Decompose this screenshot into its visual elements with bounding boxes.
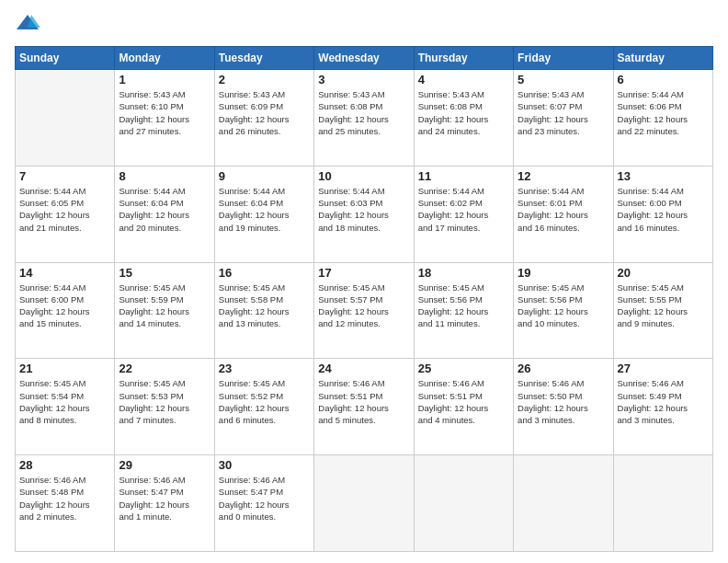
day-number: 1 xyxy=(119,73,210,86)
calendar-cell: 13Sunrise: 5:44 AMSunset: 6:00 PMDayligh… xyxy=(613,166,712,262)
day-info: Sunrise: 5:44 AMSunset: 6:05 PMDaylight:… xyxy=(19,185,110,234)
day-number: 17 xyxy=(318,266,409,280)
calendar-cell: 30Sunrise: 5:46 AMSunset: 5:47 PMDayligh… xyxy=(214,455,313,552)
day-info: Sunrise: 5:43 AMSunset: 6:08 PMDaylight:… xyxy=(318,88,409,137)
day-number: 19 xyxy=(518,266,609,280)
day-info: Sunrise: 5:44 AMSunset: 6:01 PMDaylight:… xyxy=(518,185,609,234)
day-info: Sunrise: 5:44 AMSunset: 6:06 PMDaylight:… xyxy=(618,88,709,137)
day-number: 2 xyxy=(219,73,310,86)
day-number: 29 xyxy=(119,458,210,472)
day-number: 7 xyxy=(19,169,110,183)
day-info: Sunrise: 5:44 AMSunset: 6:03 PMDaylight:… xyxy=(318,185,409,234)
day-number: 18 xyxy=(418,266,509,280)
calendar-cell: 8Sunrise: 5:44 AMSunset: 6:04 PMDaylight… xyxy=(115,166,214,262)
day-number: 10 xyxy=(318,169,409,183)
day-number: 30 xyxy=(219,458,310,472)
day-number: 4 xyxy=(418,73,509,86)
weekday-row: SundayMondayTuesdayWednesdayThursdayFrid… xyxy=(16,47,713,70)
weekday-header-thursday: Thursday xyxy=(414,47,513,70)
day-info: Sunrise: 5:44 AMSunset: 6:00 PMDaylight:… xyxy=(19,282,110,330)
day-number: 22 xyxy=(119,362,210,375)
day-info: Sunrise: 5:46 AMSunset: 5:48 PMDaylight:… xyxy=(19,474,110,523)
calendar-cell: 25Sunrise: 5:46 AMSunset: 5:51 PMDayligh… xyxy=(414,359,513,455)
day-info: Sunrise: 5:45 AMSunset: 5:54 PMDaylight:… xyxy=(19,377,110,426)
day-info: Sunrise: 5:46 AMSunset: 5:47 PMDaylight:… xyxy=(219,474,310,523)
day-number: 5 xyxy=(518,73,609,86)
calendar-cell: 4Sunrise: 5:43 AMSunset: 6:08 PMDaylight… xyxy=(414,70,513,167)
calendar-cell: 18Sunrise: 5:45 AMSunset: 5:56 PMDayligh… xyxy=(414,262,513,359)
calendar-week-2: 7Sunrise: 5:44 AMSunset: 6:05 PMDaylight… xyxy=(16,166,713,262)
calendar-cell: 1Sunrise: 5:43 AMSunset: 6:10 PMDaylight… xyxy=(115,70,214,167)
calendar-cell: 27Sunrise: 5:46 AMSunset: 5:49 PMDayligh… xyxy=(613,359,712,455)
day-info: Sunrise: 5:46 AMSunset: 5:47 PMDaylight:… xyxy=(119,474,210,523)
calendar-cell: 5Sunrise: 5:43 AMSunset: 6:07 PMDaylight… xyxy=(514,70,613,167)
weekday-header-sunday: Sunday xyxy=(16,47,115,70)
calendar-cell: 26Sunrise: 5:46 AMSunset: 5:50 PMDayligh… xyxy=(514,359,613,455)
day-info: Sunrise: 5:45 AMSunset: 5:57 PMDaylight:… xyxy=(318,282,409,330)
calendar-cell: 22Sunrise: 5:45 AMSunset: 5:53 PMDayligh… xyxy=(115,359,214,455)
calendar-cell xyxy=(613,455,712,552)
calendar-week-3: 14Sunrise: 5:44 AMSunset: 6:00 PMDayligh… xyxy=(16,262,713,359)
day-info: Sunrise: 5:45 AMSunset: 5:59 PMDaylight:… xyxy=(119,282,210,330)
day-info: Sunrise: 5:44 AMSunset: 6:04 PMDaylight:… xyxy=(119,185,210,234)
day-number: 9 xyxy=(219,169,310,183)
day-number: 25 xyxy=(418,362,509,375)
day-info: Sunrise: 5:44 AMSunset: 6:04 PMDaylight:… xyxy=(219,185,310,234)
weekday-header-friday: Friday xyxy=(514,47,613,70)
day-number: 16 xyxy=(219,266,310,280)
day-number: 11 xyxy=(418,169,509,183)
calendar-cell: 2Sunrise: 5:43 AMSunset: 6:09 PMDaylight… xyxy=(214,70,313,167)
calendar-cell: 20Sunrise: 5:45 AMSunset: 5:55 PMDayligh… xyxy=(613,262,712,359)
day-number: 23 xyxy=(219,362,310,375)
day-number: 21 xyxy=(19,362,110,375)
calendar-cell: 21Sunrise: 5:45 AMSunset: 5:54 PMDayligh… xyxy=(16,359,115,455)
day-info: Sunrise: 5:44 AMSunset: 6:02 PMDaylight:… xyxy=(418,185,509,234)
calendar-table: SundayMondayTuesdayWednesdayThursdayFrid… xyxy=(15,46,713,552)
calendar-cell: 7Sunrise: 5:44 AMSunset: 6:05 PMDaylight… xyxy=(16,166,115,262)
calendar-cell: 14Sunrise: 5:44 AMSunset: 6:00 PMDayligh… xyxy=(16,262,115,359)
calendar-cell: 10Sunrise: 5:44 AMSunset: 6:03 PMDayligh… xyxy=(314,166,414,262)
day-info: Sunrise: 5:45 AMSunset: 5:58 PMDaylight:… xyxy=(219,282,310,330)
calendar-cell: 9Sunrise: 5:44 AMSunset: 6:04 PMDaylight… xyxy=(214,166,313,262)
logo xyxy=(15,11,44,37)
weekday-header-saturday: Saturday xyxy=(613,47,712,70)
calendar-cell: 17Sunrise: 5:45 AMSunset: 5:57 PMDayligh… xyxy=(314,262,414,359)
day-info: Sunrise: 5:43 AMSunset: 6:08 PMDaylight:… xyxy=(418,88,509,137)
weekday-header-monday: Monday xyxy=(115,47,214,70)
calendar-cell: 11Sunrise: 5:44 AMSunset: 6:02 PMDayligh… xyxy=(414,166,513,262)
day-info: Sunrise: 5:46 AMSunset: 5:51 PMDaylight:… xyxy=(318,377,409,426)
day-info: Sunrise: 5:43 AMSunset: 6:09 PMDaylight:… xyxy=(219,88,310,137)
calendar-cell: 19Sunrise: 5:45 AMSunset: 5:56 PMDayligh… xyxy=(514,262,613,359)
calendar-cell: 24Sunrise: 5:46 AMSunset: 5:51 PMDayligh… xyxy=(314,359,414,455)
calendar-cell xyxy=(414,455,513,552)
day-number: 3 xyxy=(318,73,409,86)
calendar-cell xyxy=(514,455,613,552)
day-number: 13 xyxy=(618,169,709,183)
calendar-cell: 3Sunrise: 5:43 AMSunset: 6:08 PMDaylight… xyxy=(314,70,414,167)
day-info: Sunrise: 5:46 AMSunset: 5:49 PMDaylight:… xyxy=(618,377,709,426)
calendar-cell: 29Sunrise: 5:46 AMSunset: 5:47 PMDayligh… xyxy=(115,455,214,552)
day-info: Sunrise: 5:45 AMSunset: 5:56 PMDaylight:… xyxy=(518,282,609,330)
day-number: 6 xyxy=(618,73,709,86)
calendar-cell: 6Sunrise: 5:44 AMSunset: 6:06 PMDaylight… xyxy=(613,70,712,167)
calendar-week-5: 28Sunrise: 5:46 AMSunset: 5:48 PMDayligh… xyxy=(16,455,713,552)
calendar-week-4: 21Sunrise: 5:45 AMSunset: 5:54 PMDayligh… xyxy=(16,359,713,455)
day-info: Sunrise: 5:44 AMSunset: 6:00 PMDaylight:… xyxy=(618,185,709,234)
weekday-header-tuesday: Tuesday xyxy=(214,47,313,70)
weekday-header-wednesday: Wednesday xyxy=(314,47,414,70)
day-info: Sunrise: 5:46 AMSunset: 5:51 PMDaylight:… xyxy=(418,377,509,426)
header xyxy=(15,11,713,37)
day-info: Sunrise: 5:43 AMSunset: 6:07 PMDaylight:… xyxy=(518,88,609,137)
day-number: 20 xyxy=(618,266,709,280)
page: SundayMondayTuesdayWednesdayThursdayFrid… xyxy=(0,0,728,563)
day-number: 26 xyxy=(518,362,609,375)
calendar-week-1: 1Sunrise: 5:43 AMSunset: 6:10 PMDaylight… xyxy=(16,70,713,167)
day-info: Sunrise: 5:45 AMSunset: 5:52 PMDaylight:… xyxy=(219,377,310,426)
logo-icon xyxy=(15,11,40,37)
day-info: Sunrise: 5:45 AMSunset: 5:55 PMDaylight:… xyxy=(618,282,709,330)
svg-marker-1 xyxy=(28,15,40,28)
day-number: 14 xyxy=(19,266,110,280)
day-number: 24 xyxy=(318,362,409,375)
day-number: 12 xyxy=(518,169,609,183)
day-info: Sunrise: 5:45 AMSunset: 5:53 PMDaylight:… xyxy=(119,377,210,426)
